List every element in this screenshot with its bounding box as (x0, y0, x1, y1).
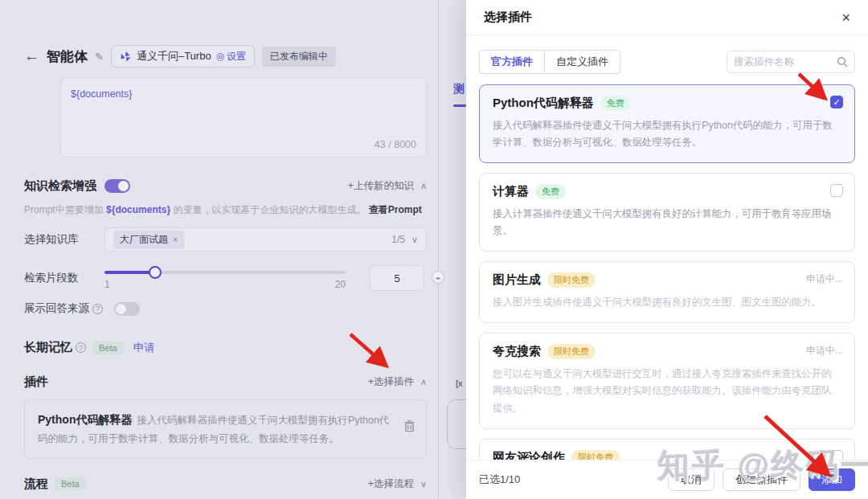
source-toggle[interactable] (114, 302, 140, 316)
segments-label: 检索片段数 (24, 271, 104, 285)
plugin-price-badge: 限时免费 (571, 450, 620, 460)
plugin-price-badge: 免费 (600, 96, 631, 111)
plugins-section-title: 插件 (24, 374, 48, 390)
plugin-card[interactable]: 网友评论创作 限时免费 您可以通过输入一段内容，且根据特定的人物基础设定，生成网… (479, 439, 855, 460)
chevron-down-icon[interactable]: ∨ (411, 235, 418, 245)
kb-tag: 大厂面试题 × (113, 231, 184, 249)
plugin-card[interactable]: 夸克搜索 限时免费 您可以在与通义千问大模型进行交互时，通过接入夸克搜索插件来查… (479, 333, 855, 428)
edit-icon[interactable]: ✎ (95, 51, 104, 63)
knowledge-toggle[interactable] (104, 179, 130, 193)
beta-badge: Beta (92, 342, 124, 354)
tab-custom-plugins[interactable]: 自定义插件 (544, 51, 620, 73)
panel-resize-handle[interactable]: ◂▸ (432, 271, 444, 284)
tongyi-logo-icon (120, 51, 132, 63)
cancel-button[interactable]: 取消 (668, 468, 714, 491)
kb-select-input[interactable]: 大厂面试题 × 1/5 ∨ (104, 227, 427, 252)
selected-plugin-title: Python代码解释器 (38, 413, 132, 426)
modal-title: 选择插件 (484, 10, 532, 25)
plugin-card[interactable]: 计算器 免费 接入计算器插件使通义千问大模型拥有良好的计算能力，可用于教育等应用… (479, 173, 855, 252)
preview-tab-clipped[interactable]: 测 (453, 82, 465, 96)
plugin-checkbox[interactable] (830, 184, 843, 197)
preview-tab-underline (453, 104, 466, 107)
view-prompt-link[interactable]: 查看Prompt (369, 204, 422, 215)
pending-status: 申请中... (806, 273, 843, 284)
plugin-card[interactable]: Python代码解释器 免费 接入代码解释器插件使通义千问大模型拥有执行Pyth… (479, 84, 855, 163)
add-button[interactable]: 添加 (809, 468, 855, 491)
memory-section-title: 长期记忆 (24, 340, 72, 355)
prompt-textarea[interactable]: ${documents} 43 / 8000 (60, 77, 427, 157)
char-counter: 43 / 8000 (375, 139, 416, 150)
upload-knowledge-link[interactable]: +上传新的知识 (348, 179, 414, 193)
knowledge-section-title: 知识检索增强 (24, 178, 96, 194)
kb-count: 1/5 (391, 234, 405, 245)
select-plugin-modal: 选择插件 × 官方插件 自定义插件 Python代码解释器 免费 接入代码解释器… (466, 0, 868, 499)
model-settings-button[interactable]: ◎设置 (216, 50, 246, 63)
plugin-title: Python代码解释器 (493, 96, 594, 111)
gear-icon: ◎ (216, 51, 224, 62)
segments-slider[interactable]: 1 20 (104, 264, 346, 292)
trash-icon[interactable] (404, 420, 415, 439)
plugin-title: 计算器 (493, 184, 529, 199)
plugin-title: 网友评论创作 (493, 450, 565, 460)
segments-value-input[interactable]: 5 (370, 265, 424, 291)
apply-link[interactable]: 申请 (133, 341, 155, 355)
plugin-tabs: 官方插件 自定义插件 (479, 50, 620, 74)
select-flow-link[interactable]: +选择流程 (368, 477, 414, 491)
search-icon (837, 56, 848, 67)
help-icon: ? (92, 304, 103, 314)
hint-variable: ${documents} (106, 204, 170, 215)
prompt-variable: ${documents} (71, 88, 132, 100)
plugin-price-badge: 限时免费 (547, 344, 596, 359)
pending-status: 申请中... (806, 345, 843, 356)
plugin-desc: 接入图片生成插件使通义千问大模型拥有良好的文生图、图文生图的能力。 (493, 294, 841, 311)
page-title: 智能体 (47, 47, 88, 66)
publish-status-badge: 已发布编辑中 (262, 47, 336, 67)
model-name: 通义千问–Turbo (137, 49, 211, 63)
chevron-up-icon[interactable]: ∧ (420, 377, 427, 387)
plugin-search[interactable] (727, 51, 855, 73)
selected-count: 已选1/10 (479, 472, 520, 487)
plugin-desc: 接入计算器插件使通义千问大模型拥有良好的计算能力，可用于教育等应用场景。 (493, 206, 841, 239)
kb-select-label: 选择知识库 (24, 232, 104, 247)
plugin-price-badge: 免费 (535, 184, 566, 199)
remove-tag-icon[interactable]: × (173, 235, 178, 244)
plugin-desc: 您可以在与通义千问大模型进行交互时，通过接入夸克搜索插件来查找公开的网络知识和信… (493, 366, 841, 416)
chevron-down-icon[interactable]: ∨ (420, 479, 427, 489)
slider-max-label: 20 (335, 279, 346, 290)
plugin-checkbox[interactable]: ✓ (830, 96, 843, 108)
chevron-up-icon[interactable]: ∧ (420, 181, 427, 191)
close-icon[interactable]: × (841, 10, 850, 25)
slider-handle[interactable] (149, 266, 162, 279)
plugin-price-badge: 限时免费 (547, 272, 596, 288)
clipped-input-outline (447, 399, 466, 449)
select-plugin-link[interactable]: +选择插件 (368, 375, 414, 389)
plugin-checkbox[interactable] (830, 450, 843, 460)
plugin-list: Python代码解释器 免费 接入代码解释器插件使通义千问大模型拥有执行Pyth… (479, 84, 855, 460)
plugin-card[interactable]: 图片生成 限时免费 接入图片生成插件使通义千问大模型拥有良好的文生图、图文生图的… (479, 261, 855, 323)
clipped-text-fragment: [x (456, 378, 463, 388)
create-plugin-button[interactable]: 创建新插件 (723, 468, 800, 491)
beta-badge: Beta (55, 477, 86, 490)
plugin-title: 图片生成 (493, 272, 541, 288)
prompt-hint: Prompt中需要增加 ${documents} 的变量，以实现基于企业知识的大… (24, 203, 427, 217)
model-selector-button[interactable]: 通义千问–Turbo ◎设置 (111, 45, 255, 67)
flow-section-title: 流程 (24, 477, 48, 492)
plugin-title: 夸克搜索 (493, 344, 541, 359)
plugin-desc: 接入代码解释器插件使通义千问大模型拥有执行Python代码的能力，可用于数学计算… (493, 117, 841, 151)
back-arrow-icon[interactable]: ← (24, 47, 39, 65)
slider-min-label: 1 (104, 279, 110, 290)
panel-divider (438, 0, 439, 499)
help-icon: ? (76, 342, 86, 353)
selected-plugin-card: Python代码解释器接入代码解释器插件使通义千问大模型拥有执行Python代码… (24, 399, 427, 459)
source-label: 展示回答来源 (24, 301, 89, 316)
search-input[interactable] (734, 56, 837, 67)
tab-official-plugins[interactable]: 官方插件 (480, 51, 544, 73)
agent-config-page: ← 智能体 ✎ 通义千问–Turbo ◎设置 已发布编辑中 ${document… (0, 0, 466, 499)
